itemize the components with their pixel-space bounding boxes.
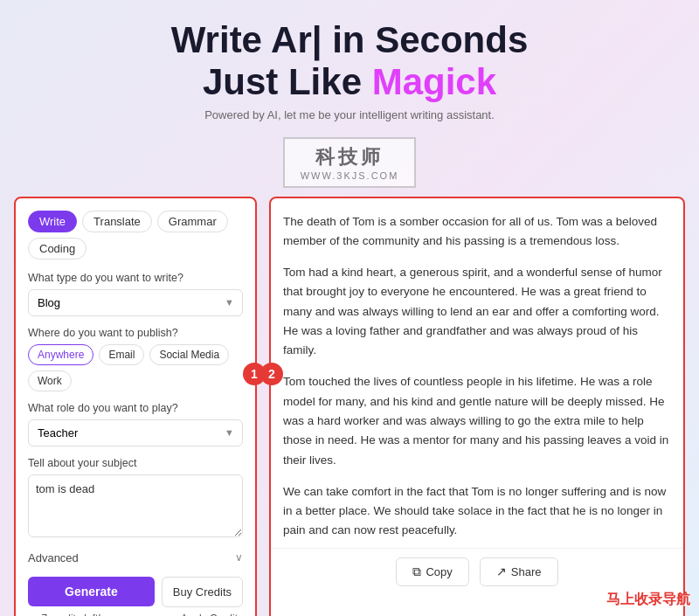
tab-write[interactable]: Write: [28, 211, 77, 232]
advanced-chevron-icon: ∨: [235, 551, 243, 564]
tab-coding[interactable]: Coding: [28, 238, 87, 260]
output-text-area: The death of Tom is a somber occasion fo…: [271, 198, 683, 548]
tabs-bar: Write Translate Grammar Coding: [28, 211, 243, 260]
copy-icon: ⧉: [412, 564, 421, 579]
step-2-circle: 2: [260, 363, 283, 385]
type-label: What type do you want to write?: [28, 272, 243, 284]
output-actions: ⧉ Copy ↗ Share: [271, 548, 683, 595]
buy-credits-button[interactable]: Buy Credits: [162, 577, 243, 607]
share-button[interactable]: ↗ Share: [480, 557, 558, 586]
subject-label: Tell about your subject: [28, 457, 243, 469]
type-select-wrapper: Blog Article Essay ▼: [28, 289, 243, 316]
role-label: What role do you want to play?: [28, 402, 243, 414]
publish-anywhere[interactable]: Anywhere: [28, 344, 93, 365]
advanced-toggle[interactable]: Advanced ∨: [28, 550, 243, 566]
credits-row: ☺ 7 credits left! Apply Credits: [28, 613, 243, 616]
copy-label: Copy: [426, 565, 452, 578]
role-select-wrapper: Teacher Student Professional ▼: [28, 419, 243, 446]
output-para-4: We can take comfort in the fact that Tom…: [283, 482, 671, 541]
header: Write Ar| in Seconds Just Like Magick Po…: [0, 0, 699, 130]
publish-options: Anywhere Email Social Media Work: [28, 344, 243, 391]
share-label: Share: [511, 565, 542, 578]
main-content: 1 Write Translate Grammar Coding What ty…: [0, 197, 699, 616]
copy-button[interactable]: ⧉ Copy: [396, 557, 468, 586]
main-title: Write Ar| in Seconds Just Like Magick: [0, 19, 699, 104]
bottom-watermark: 马上收录导航: [606, 591, 690, 609]
type-select[interactable]: Blog Article Essay: [28, 289, 243, 316]
watermark-section: 科技师 WWW.3KJS.COM: [0, 137, 699, 188]
watermark-url: WWW.3KJS.COM: [301, 170, 399, 181]
publish-social-media[interactable]: Social Media: [149, 344, 229, 365]
watermark-box: 科技师 WWW.3KJS.COM: [283, 137, 417, 188]
tab-grammar[interactable]: Grammar: [157, 211, 228, 232]
subject-textarea[interactable]: tom is dead: [28, 474, 243, 537]
right-panel: 2 The death of Tom is a somber occasion …: [269, 197, 685, 616]
watermark-zh: 科技师: [301, 144, 399, 170]
output-para-1: The death of Tom is a somber occasion fo…: [283, 212, 671, 252]
publish-email[interactable]: Email: [99, 344, 144, 365]
bottom-actions: Generate Buy Credits: [28, 577, 243, 607]
publish-label: Where do you want to publish?: [28, 327, 243, 339]
left-panel: 1 Write Translate Grammar Coding What ty…: [14, 197, 257, 616]
apply-credits-button[interactable]: Apply Credits: [181, 613, 243, 616]
credits-left-text: ☺ 7 credits left!: [28, 613, 101, 616]
output-para-3: Tom touched the lives of countless peopl…: [283, 372, 671, 469]
advanced-label: Advanced: [28, 551, 79, 564]
share-icon: ↗: [496, 564, 507, 578]
role-select[interactable]: Teacher Student Professional: [28, 419, 243, 446]
subtitle: Powered by AI, let me be your intelligen…: [0, 108, 699, 121]
output-para-2: Tom had a kind heart, a generous spirit,…: [283, 263, 671, 360]
generate-button[interactable]: Generate: [28, 577, 155, 606]
publish-work[interactable]: Work: [28, 370, 72, 391]
tab-translate[interactable]: Translate: [82, 211, 152, 232]
